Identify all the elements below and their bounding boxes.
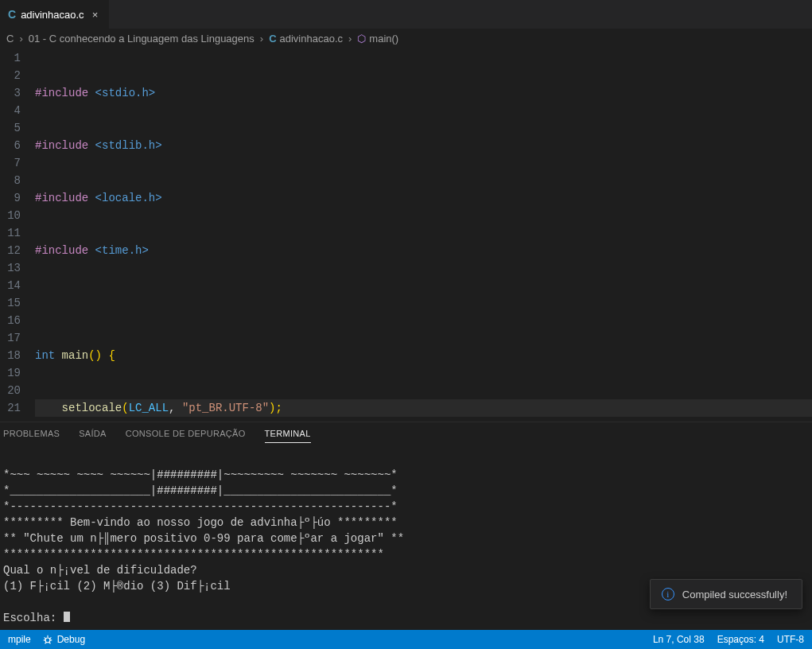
line-number: 13 (0, 259, 21, 277)
line-number: 9 (0, 189, 21, 207)
line-number: 16 (0, 312, 21, 329)
line-number: 4 (0, 102, 21, 119)
line-gutter: 1 2 3 4 5 6 7 8 9 10 11 12 13 14 15 16 1… (0, 49, 35, 422)
symbol-function-icon: ⬡ (357, 33, 366, 45)
tab-terminal[interactable]: TERMINAL (265, 429, 311, 443)
status-lncol[interactable]: Ln 7, Col 38 (653, 634, 705, 645)
breadcrumb-seg[interactable]: adivinhacao.c (280, 33, 344, 45)
line-number: 6 (0, 137, 21, 154)
line-number: 10 (0, 207, 21, 224)
status-compile[interactable]: mpile (8, 634, 31, 645)
status-encoding[interactable]: UTF-8 (777, 634, 804, 645)
line-number: 18 (0, 347, 21, 364)
terminal-line: ********* Bem-vindo ao nosso jogo de adv… (3, 516, 398, 529)
line-number: 14 (0, 277, 21, 294)
status-spaces[interactable]: Espaços: 4 (717, 634, 764, 645)
chevron-right-icon: › (17, 33, 25, 45)
terminal-line: *_____________________|#########|_______… (3, 484, 398, 497)
chevron-right-icon: › (346, 33, 354, 45)
line-number: 15 (0, 294, 21, 312)
line-number: 1 (0, 49, 21, 67)
tab-problems[interactable]: PROBLEMAS (3, 429, 60, 443)
line-number: 20 (0, 382, 21, 399)
terminal-line: ** "Chute um n├║mero positivo 0-99 para … (3, 532, 404, 545)
info-icon: i (662, 588, 674, 600)
status-bar: mpile Debug Ln 7, Col 38 Espaços: 4 UTF-… (0, 630, 812, 649)
tab-filename: adivinhacao.c (21, 9, 84, 21)
close-icon[interactable]: × (89, 9, 102, 21)
line-number: 12 (0, 242, 21, 259)
terminal-line: ****************************************… (3, 548, 384, 561)
line-number: 17 (0, 329, 21, 347)
tab-bar: C adivinhacao.c × (0, 0, 812, 29)
line-number: 8 (0, 172, 21, 189)
terminal-prompt: Escolha: (3, 612, 64, 622)
line-number: 19 (0, 364, 21, 382)
breadcrumb-seg[interactable]: main() (369, 33, 398, 45)
line-number: 2 (0, 67, 21, 84)
terminal-line: (1) F├¡cil (2) M├®dio (3) Dif├¡cil (3, 580, 231, 593)
terminal-line: Qual o n├¡vel de dificuldade? (3, 564, 197, 577)
tab-debug-console[interactable]: CONSOLE DE DEPURAÇÃO (126, 429, 246, 443)
chevron-right-icon: › (258, 33, 266, 45)
line-number: 3 (0, 84, 21, 102)
line-number: 11 (0, 224, 21, 242)
status-debug[interactable]: Debug (42, 634, 85, 645)
toast-notification[interactable]: i Compiled successfully! (650, 579, 802, 609)
line-number: 21 (0, 399, 21, 417)
editor-tab[interactable]: C adivinhacao.c × (0, 0, 110, 29)
bug-icon (42, 634, 53, 645)
breadcrumb-seg[interactable]: 01 - C conhecendo a Linguagem das Lingua… (29, 33, 254, 45)
svg-point-0 (45, 638, 50, 643)
c-file-icon: C (8, 8, 16, 21)
breadcrumb: C › 01 - C conhecendo a Linguagem das Li… (0, 29, 812, 49)
panel-tabs: PROBLEMAS SAÍDA CONSOLE DE DEPURAÇÃO TER… (0, 422, 812, 448)
toast-message: Compiled successfully! (682, 589, 787, 600)
line-number: 7 (0, 154, 21, 172)
terminal-cursor (64, 612, 70, 622)
terminal-line: *~~~ ~~~~~ ~~~~ ~~~~~~|#########|~~~~~~~… (3, 468, 398, 481)
tab-output[interactable]: SAÍDA (79, 429, 107, 443)
code-editor[interactable]: 1 2 3 4 5 6 7 8 9 10 11 12 13 14 15 16 1… (0, 49, 812, 422)
status-debug-label: Debug (57, 634, 85, 645)
code-content[interactable]: #include <stdio.h> #include <stdlib.h> #… (35, 49, 812, 422)
breadcrumb-seg[interactable]: C (6, 33, 14, 45)
line-number: 5 (0, 119, 21, 137)
terminal-line: *---------------------------------------… (3, 500, 398, 513)
c-file-icon: C (269, 33, 276, 45)
